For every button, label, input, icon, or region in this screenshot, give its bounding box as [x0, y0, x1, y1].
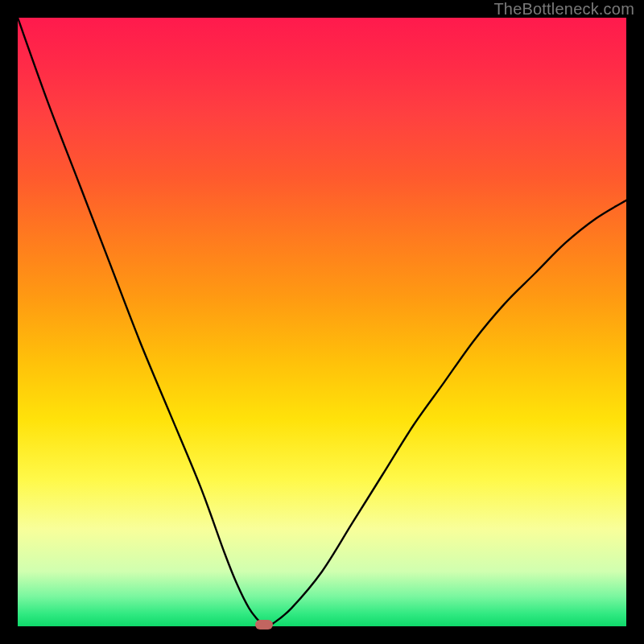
- watermark-text: TheBottleneck.com: [493, 0, 634, 19]
- optimal-point-marker: [255, 620, 273, 630]
- bottleneck-curve: [18, 18, 626, 625]
- bottleneck-curve-layer: [18, 18, 626, 626]
- chart-frame: [18, 18, 626, 626]
